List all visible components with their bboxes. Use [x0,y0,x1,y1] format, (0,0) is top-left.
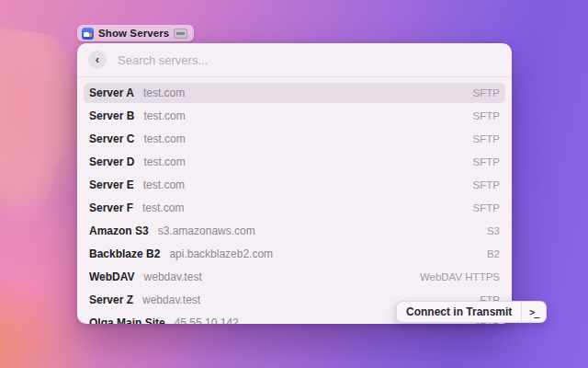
server-row[interactable]: Server F test.com SFTP [84,198,505,218]
server-name: Amazon S3 [89,224,149,237]
server-name: Backblaze B2 [89,247,160,260]
server-host: test.com [142,201,184,214]
search-row: ‹ [77,43,512,77]
connect-tooltip[interactable]: Connect in Transmit >_ [396,301,547,323]
show-servers-chip[interactable]: Show Servers [77,25,194,41]
server-host: s3.amazonaws.com [158,224,255,237]
server-protocol-badge: SFTP [473,156,500,167]
server-protocol-badge: S3 [487,225,500,236]
show-servers-label: Show Servers [98,28,169,39]
server-row[interactable]: Server D test.com SFTP [84,152,505,172]
transmit-app-icon [82,28,94,40]
search-input[interactable] [116,52,501,68]
server-row[interactable]: Amazon S3 s3.amazonaws.com S3 [84,221,505,241]
server-protocol-badge: SFTP [473,179,500,190]
server-name: Server A [89,86,134,99]
server-protocol-badge: WebDAV HTTPS [420,271,500,282]
server-host: webdav.test [142,293,200,306]
server-host: test.com [143,155,185,168]
server-host: test.com [143,109,185,122]
server-row[interactable]: WebDAV webdav.test WebDAV HTTPS [84,267,505,287]
server-row[interactable]: Server E test.com SFTP [84,175,505,195]
server-row[interactable]: Server C test.com SFTP [84,129,505,149]
server-name: Server F [89,201,133,214]
server-host: test.com [143,178,185,191]
server-row[interactable]: Server B test.com SFTP [84,106,505,126]
server-list: Server A test.com SFTP Server B test.com… [77,83,512,324]
server-host: test.com [143,86,185,99]
server-protocol-badge: SFTP [473,87,500,98]
server-name: WebDAV [89,270,135,283]
server-name: Server C [89,132,134,145]
server-host: webdav.test [144,270,202,283]
server-host: 45.55.10.142 [175,316,239,324]
connect-tooltip-label: Connect in Transmit [397,305,521,318]
keyboard-icon [174,29,187,39]
server-name: Olga Main Site [89,316,165,324]
terminal-key: >_ [521,302,546,322]
server-protocol-badge: SFTP [473,202,500,213]
server-name: Server B [89,109,134,122]
back-button[interactable]: ‹ [88,51,107,69]
chevron-left-icon: ‹ [96,53,99,65]
server-protocol-badge: SFTP [473,133,500,144]
server-name: Server E [89,178,134,191]
server-protocol-badge: SFTP [473,110,500,121]
wallpaper-pink-blob [0,26,83,256]
server-host: test.com [143,132,185,145]
server-quick-search-panel: ‹ Server A test.com SFTP Server B test.c… [77,43,512,324]
server-host: api.backblazeb2.com [169,247,273,260]
server-protocol-badge: B2 [487,248,500,259]
server-row[interactable]: Backblaze B2 api.backblazeb2.com B2 [84,244,505,264]
server-name: Server D [89,155,134,168]
server-row[interactable]: Server A test.com SFTP [84,83,505,103]
terminal-icon: >_ [529,307,538,317]
server-name: Server Z [89,293,133,306]
